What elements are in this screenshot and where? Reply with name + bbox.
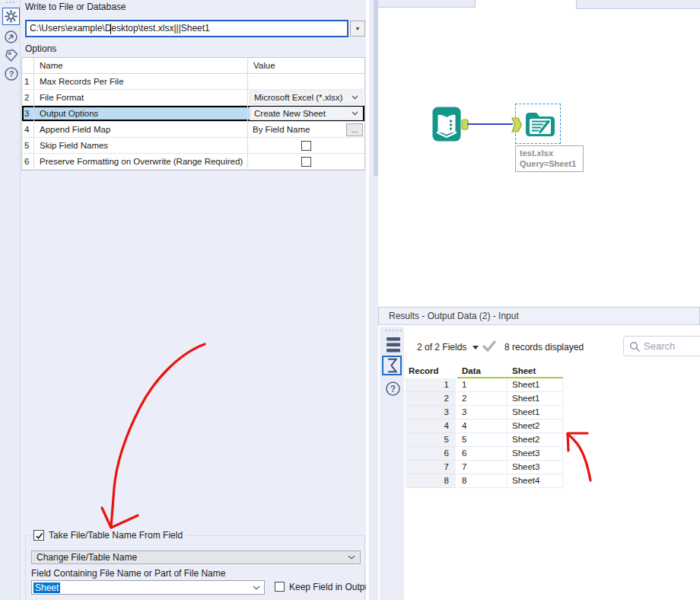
metadata-icon [386, 358, 399, 373]
record-cell: 6 [406, 447, 457, 461]
sheet-cell: Sheet1 [508, 378, 563, 392]
results-title: Results - Output Data (2) - Input [378, 307, 700, 325]
option-value: Microsoft Excel (*.xlsx) [248, 90, 364, 105]
result-row-8[interactable]: 88Sheet4 [406, 474, 563, 488]
record-cell: 2 [406, 392, 457, 406]
chevron-down-icon [352, 95, 358, 100]
row-number: 5 [22, 138, 34, 153]
result-row-2[interactable]: 22Sheet1 [406, 392, 563, 406]
connection-line[interactable] [467, 123, 513, 125]
table-view-button[interactable] [385, 336, 402, 354]
settings-tab-button[interactable] [2, 8, 20, 25]
result-row-5[interactable]: 55Sheet2 [406, 433, 563, 447]
field-name-combobox[interactable]: Sheet [31, 580, 265, 595]
records-summary: 8 records displayed [504, 342, 584, 353]
sheet-cell: Sheet2 [508, 433, 563, 447]
results-search-box[interactable] [623, 336, 700, 356]
sheet-cell: Sheet1 [508, 392, 563, 406]
output-data-tool[interactable] [523, 110, 557, 139]
options-table: Name Value 1Max Records Per File2File Fo… [21, 57, 365, 171]
value-dropdown[interactable]: Microsoft Excel (*.xlsx) [250, 91, 363, 104]
option-row-1[interactable]: 1Max Records Per File [22, 74, 364, 90]
data-cell: 6 [457, 447, 508, 461]
name-column-header: Name [34, 58, 248, 73]
option-name: File Format [34, 90, 248, 105]
record-cell: 7 [406, 461, 457, 474]
option-name: Output Options [34, 106, 248, 121]
file-path-value: C:\Users\example\Desktop\test.xlsx|||She… [30, 23, 210, 34]
input-data-tool[interactable] [432, 107, 461, 142]
keep-field-label: Keep Field in Output [289, 582, 372, 592]
record-cell: 4 [406, 420, 457, 433]
record-cell: 1 [406, 378, 457, 392]
row-number: 4 [22, 122, 34, 137]
row-number: 2 [22, 90, 34, 105]
tool-annotation[interactable]: test.xlsx Query=Sheet1 [515, 145, 584, 172]
option-name: Skip Field Names [34, 138, 248, 153]
result-row-4[interactable]: 44Sheet2 [406, 420, 563, 433]
field-name-value: Sheet [33, 582, 60, 593]
configuration-panel: ··· [0, 0, 366, 600]
take-file-name-label: Take File/Table Name From Field [49, 530, 183, 541]
results-panel: Results - Output Data (2) - Input ····· … [378, 307, 700, 600]
drag-handle-icon: ··· [5, 0, 16, 7]
workflow-canvas[interactable]: test.xlsx Query=Sheet1 [378, 0, 700, 307]
results-help-button[interactable]: ? [384, 380, 401, 397]
ellipsis-button[interactable]: ... [346, 123, 363, 136]
check-icon [482, 340, 496, 352]
option-row-3[interactable]: 3Output OptionsCreate New Sheet [22, 106, 364, 122]
record-cell: 5 [406, 433, 457, 447]
value-checkbox[interactable] [301, 141, 311, 151]
layout-icon [386, 337, 401, 353]
write-to-file-label: Write to File or Database [25, 2, 126, 12]
record-column-header[interactable]: Record [406, 365, 457, 378]
option-row-2[interactable]: 2File FormatMicrosoft Excel (*.xlsx) [22, 90, 364, 106]
file-path-dropdown-button[interactable]: ▼ [350, 21, 365, 37]
value-column-header: Value [248, 58, 364, 73]
data-cell: 3 [457, 406, 508, 420]
search-input[interactable] [644, 340, 695, 352]
navigate-tab-button[interactable] [3, 29, 19, 45]
file-path-input[interactable]: C:\Users\example\Desktop\test.xlsx|||She… [25, 20, 348, 37]
data-cell: 8 [457, 474, 508, 488]
take-file-name-checkbox[interactable] [33, 530, 44, 541]
row-number: 3 [22, 106, 34, 121]
result-row-6[interactable]: 66Sheet3 [406, 447, 563, 461]
sheet-cell: Sheet3 [508, 461, 563, 474]
options-table-header: Name Value [22, 58, 364, 74]
data-column-header[interactable]: Data [457, 365, 508, 378]
result-row-3[interactable]: 33Sheet1 [406, 406, 563, 420]
options-label: Options [25, 43, 56, 54]
canvas-toolbar-remnant [576, 0, 700, 9]
results-table-header: Record Data Sheet [406, 365, 563, 378]
change-file-table-name-dropdown[interactable]: Change File/Table Name [31, 551, 361, 564]
result-row-1[interactable]: 11Sheet1 [406, 378, 563, 392]
metadata-view-button[interactable] [382, 356, 402, 375]
result-row-7[interactable]: 77Sheet3 [406, 461, 563, 474]
field-containing-label: Field Containing File Name or Part of Fi… [31, 568, 225, 579]
value-dropdown[interactable]: Create New Sheet [250, 107, 363, 120]
keep-field-checkbox[interactable] [275, 582, 285, 592]
navigate-icon [4, 30, 18, 44]
help-tab-button[interactable]: ? [3, 65, 19, 81]
svg-text:?: ? [390, 384, 395, 394]
tag-icon [4, 48, 19, 63]
data-cell: 4 [457, 420, 508, 433]
option-value [248, 138, 364, 153]
value-checkbox[interactable] [301, 157, 311, 167]
data-cell: 5 [457, 433, 508, 447]
sheet-column-header[interactable]: Sheet [508, 365, 563, 378]
canvas-top-tab-remnant [378, 0, 476, 8]
option-row-6[interactable]: 6Preserve Formatting on Overwrite (Range… [22, 154, 364, 170]
fields-dropdown-caret-icon[interactable] [473, 346, 479, 349]
fields-summary[interactable]: 2 of 2 Fields [417, 342, 466, 353]
option-row-4[interactable]: 4Append Field MapBy Field Name... [22, 122, 364, 138]
chevron-down-icon [352, 111, 358, 116]
option-value: Create New Sheet [248, 106, 364, 121]
tag-tab-button[interactable] [3, 47, 19, 63]
data-cell: 2 [457, 392, 508, 406]
sheet-cell: Sheet3 [508, 447, 563, 461]
option-row-5[interactable]: 5Skip Field Names [22, 138, 364, 154]
input-anchor[interactable] [511, 117, 523, 132]
drag-handle-icon: ····· [385, 327, 403, 335]
